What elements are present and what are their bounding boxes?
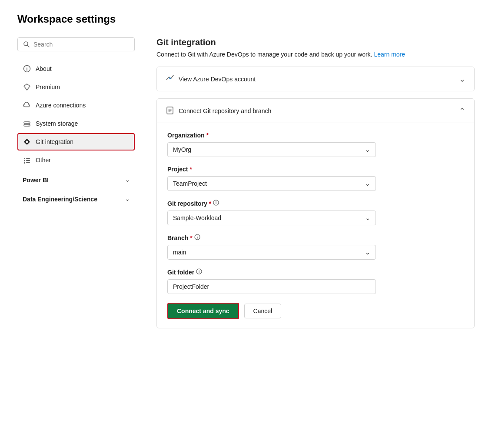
power-bi-label: Power BI (23, 177, 49, 184)
content-description: Connect to Git with Azure DevOps to mana… (156, 51, 475, 58)
sidebar-item-premium-label: Premium (36, 84, 60, 90)
azure-devops-label: View Azure DevOps account (179, 76, 256, 83)
svg-rect-13 (26, 158, 30, 159)
git-repository-chevron-icon: ⌄ (365, 214, 370, 221)
page-container: Workspace settings (0, 0, 492, 448)
main-layout: About Premium Azure connections (17, 37, 475, 335)
sidebar-item-azure-connections[interactable]: Azure connections (17, 97, 135, 114)
git-repository-value: Sample-Workload (173, 214, 221, 221)
git-repository-field-group: Git repository * Sample-W (167, 200, 464, 225)
branch-chevron-icon: ⌄ (365, 249, 370, 256)
git-repository-info-icon[interactable] (213, 200, 219, 207)
sidebar-item-other-label: Other (36, 157, 51, 164)
data-engineering-label: Data Engineering/Science (23, 196, 97, 203)
content-title: Git integration (156, 37, 475, 47)
svg-point-31 (199, 270, 199, 271)
git-folder-input[interactable] (167, 279, 376, 294)
azure-devops-card-header[interactable]: View Azure DevOps account ⌄ (157, 67, 474, 91)
svg-point-4 (27, 67, 27, 68)
sidebar-item-git-integration[interactable]: Git integration (17, 133, 135, 150)
diamond-icon (23, 83, 31, 91)
connect-and-sync-button[interactable]: Connect and sync (167, 303, 239, 319)
svg-rect-16 (24, 162, 25, 164)
sidebar-section-power-bi[interactable]: Power BI ⌄ (17, 172, 135, 188)
project-chevron-icon: ⌄ (365, 180, 370, 187)
search-icon (23, 41, 30, 48)
svg-point-8 (29, 122, 30, 123)
page-title: Workspace settings (17, 13, 475, 25)
cancel-button[interactable]: Cancel (244, 304, 282, 318)
organization-label: Organization * (167, 132, 464, 139)
project-field-group: Project * TeamProject ⌄ (167, 166, 464, 191)
sidebar-item-storage-label: System storage (36, 120, 78, 127)
sidebar-item-premium[interactable]: Premium (17, 78, 135, 96)
branch-value: main (173, 249, 186, 256)
project-required: * (189, 166, 192, 173)
sidebar-item-git-label: Git integration (36, 138, 73, 145)
git-folder-label: Git folder (167, 268, 464, 276)
azure-devops-header-left: View Azure DevOps account (166, 74, 256, 84)
devops-icon (166, 74, 174, 84)
git-folder-info-icon[interactable] (196, 268, 202, 276)
branch-label: Branch * (167, 234, 464, 241)
sidebar-item-about[interactable]: About (17, 60, 135, 77)
organization-required: * (206, 132, 209, 139)
git-icon (23, 137, 31, 146)
sidebar-item-system-storage[interactable]: System storage (17, 115, 135, 132)
power-bi-chevron-icon: ⌄ (125, 177, 130, 183)
sidebar: About Premium Azure connections (17, 37, 143, 335)
svg-point-28 (197, 236, 197, 236)
project-value: TeamProject (173, 180, 207, 187)
search-input[interactable] (33, 41, 129, 48)
storage-icon (23, 119, 31, 128)
connect-git-header-left: Connect Git repository and branch (166, 106, 271, 116)
data-engineering-chevron-icon: ⌄ (125, 196, 130, 202)
svg-marker-5 (24, 84, 30, 90)
git-repository-required: * (209, 200, 211, 207)
branch-info-icon[interactable] (194, 234, 200, 241)
svg-line-1 (27, 45, 29, 47)
project-label: Project * (167, 166, 464, 173)
svg-rect-12 (24, 158, 25, 159)
branch-required: * (190, 234, 192, 241)
connect-git-card-header[interactable]: Connect Git repository and branch ⌃ (157, 99, 474, 123)
svg-rect-14 (24, 160, 25, 161)
connect-git-label: Connect Git repository and branch (179, 107, 271, 114)
project-select[interactable]: TeamProject ⌄ (167, 176, 376, 191)
organization-value: MyOrg (173, 146, 191, 153)
form-actions: Connect and sync Cancel (167, 303, 464, 319)
sidebar-item-about-label: About (36, 65, 52, 72)
repo-icon (166, 106, 174, 116)
organization-field-group: Organization * MyOrg ⌄ (167, 132, 464, 157)
list-icon (23, 156, 31, 164)
connect-git-collapse-icon: ⌃ (459, 106, 465, 116)
svg-rect-17 (26, 162, 30, 163)
azure-devops-collapse-icon: ⌄ (459, 74, 465, 84)
azure-devops-card: View Azure DevOps account ⌄ (156, 67, 475, 91)
cloud-icon (23, 101, 31, 110)
branch-field-group: Branch * main (167, 234, 464, 260)
organization-chevron-icon: ⌄ (365, 146, 370, 153)
learn-more-link[interactable]: Learn more (374, 51, 405, 58)
connect-git-card-body: Organization * MyOrg ⌄ Project * (157, 123, 474, 328)
svg-rect-15 (26, 160, 30, 161)
git-folder-field-group: Git folder (167, 268, 464, 294)
svg-point-25 (216, 201, 216, 202)
sidebar-item-azure-label: Azure connections (36, 102, 86, 109)
info-icon (23, 64, 31, 73)
content-area: Git integration Connect to Git with Azur… (143, 37, 475, 335)
branch-select[interactable]: main ⌄ (167, 245, 376, 260)
sidebar-section-data-engineering[interactable]: Data Engineering/Science ⌄ (17, 191, 135, 207)
connect-git-card: Connect Git repository and branch ⌃ Orga… (156, 98, 475, 328)
search-box[interactable] (17, 37, 135, 51)
git-repository-label: Git repository * (167, 200, 464, 207)
git-repository-select[interactable]: Sample-Workload ⌄ (167, 211, 376, 225)
organization-select[interactable]: MyOrg ⌄ (167, 142, 376, 157)
sidebar-item-other[interactable]: Other (17, 151, 135, 169)
svg-point-18 (169, 77, 171, 79)
svg-point-9 (29, 125, 30, 126)
